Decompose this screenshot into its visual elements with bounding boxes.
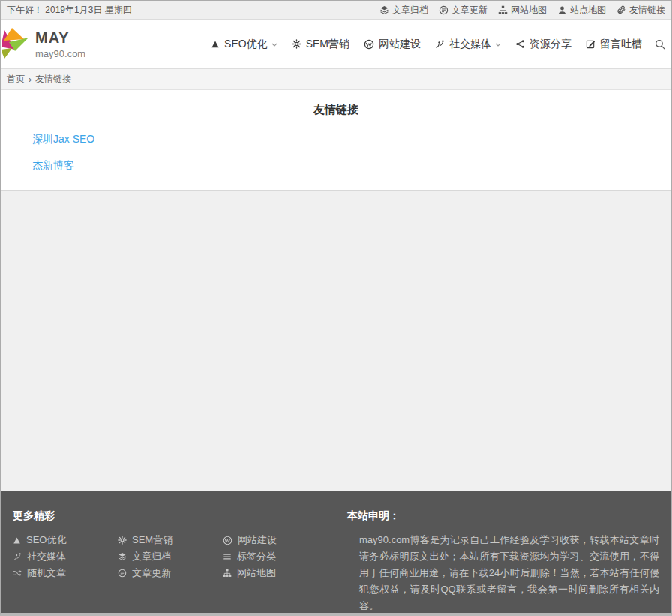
topbar-link-sitemap[interactable]: 网站地图: [498, 4, 547, 17]
triangle-icon: [211, 40, 220, 49]
page: 下午好！ 2019年1月3日 星期四 文章归档 文章更新 网站地图 站点地图 友…: [0, 0, 672, 616]
breadcrumb: 首页 › 友情链接: [1, 68, 671, 90]
footer-link-tag-categories[interactable]: 标签分类: [223, 550, 276, 563]
nav-item-label: 资源分享: [530, 38, 572, 51]
gear-icon: [292, 39, 302, 49]
footer-link-label: SEM营销: [132, 533, 172, 547]
footer-link-label: SEO优化: [26, 533, 66, 547]
topbar: 下午好！ 2019年1月3日 星期四 文章归档 文章更新 网站地图 站点地图 友…: [1, 1, 671, 20]
topbar-link-article-archive[interactable]: 文章归档: [380, 4, 428, 17]
logo-text: MAY may90.com: [35, 29, 86, 59]
sitemap-icon: [498, 5, 508, 15]
topbar-link-label: 网站地图: [511, 4, 547, 17]
list-item: 文章归档: [118, 548, 223, 565]
user-icon: [557, 5, 567, 15]
footer-link-sitemap[interactable]: 网站地图: [223, 566, 276, 580]
footer-link-label: 社交媒体: [27, 550, 66, 563]
footer-link-article-updates[interactable]: 文章更新: [118, 566, 171, 580]
greeting-text: 下午好！ 2019年1月3日 星期四: [7, 4, 132, 17]
topbar-link-label: 文章更新: [452, 4, 488, 17]
page-background-spacer: [1, 191, 671, 491]
social-icon: [13, 552, 22, 561]
footer-link-label: 网站建设: [238, 533, 277, 547]
list-item: 网站建设: [223, 532, 328, 548]
friend-link-jiexin-blog[interactable]: 杰新博客: [32, 159, 74, 171]
search-icon: [655, 39, 665, 50]
site-name: MAY: [35, 29, 86, 47]
topbar-link-label: 友情链接: [629, 4, 665, 17]
friend-link-jax-seo[interactable]: 深圳Jax SEO: [32, 133, 94, 145]
link-icon: [616, 5, 626, 15]
footer-link-label: 文章更新: [132, 566, 171, 580]
footer-statement-section: 本站申明： may90.com博客是为记录自己工作经验及学习收获，转载本站文章时…: [347, 509, 659, 613]
list-item: 深圳Jax SEO: [32, 133, 671, 146]
archive-layers-icon: [380, 5, 389, 15]
nav-item-website-build[interactable]: 网站建设: [364, 38, 421, 51]
footer-link-label: 随机文章: [27, 566, 66, 580]
gear-icon: [118, 536, 127, 545]
nav-item-seo[interactable]: SEO优化: [211, 38, 278, 51]
footer-link-label: 网站地图: [237, 566, 276, 580]
list-item: 网站地图: [223, 565, 328, 581]
nav-item-label: 网站建设: [379, 38, 421, 51]
footer-link-website-build[interactable]: 网站建设: [223, 533, 277, 547]
nav-item-sem[interactable]: SEM营销: [292, 38, 350, 51]
topbar-link-label: 站点地图: [570, 4, 606, 17]
bird-logo-icon: [2, 28, 31, 61]
sitemap-icon: [223, 569, 232, 578]
nav-item-label: SEO优化: [224, 38, 268, 51]
header: MAY may90.com SEO优化 SEM营销 网站建设 社交媒体: [1, 20, 671, 68]
update-icon: [439, 5, 448, 15]
triangle-icon: [13, 536, 21, 545]
list-item: 标签分类: [223, 548, 328, 565]
shuffle-icon: [13, 569, 22, 578]
list-item: SEM营销: [118, 532, 223, 548]
footer-link-seo[interactable]: SEO优化: [13, 533, 66, 547]
list-item: 杰新博客: [32, 159, 671, 173]
chevron-down-icon: [495, 43, 501, 47]
footer-link-social-media[interactable]: 社交媒体: [13, 550, 66, 563]
nav-item-social-media[interactable]: 社交媒体: [435, 38, 501, 51]
friend-links-list: 深圳Jax SEO 杰新博客: [32, 133, 671, 173]
topbar-link-label: 文章归档: [392, 4, 428, 17]
nav-item-message-board[interactable]: 留言吐槽: [586, 38, 642, 51]
list-item: 文章更新: [118, 565, 223, 581]
footer-link-label: 文章归档: [132, 550, 171, 563]
site-domain: may90.com: [35, 48, 86, 59]
footer-link-random-articles[interactable]: 随机文章: [13, 566, 66, 580]
footer-link-label: 标签分类: [237, 550, 276, 563]
search-button[interactable]: [655, 39, 665, 50]
nav-item-label: 留言吐槽: [600, 38, 642, 51]
topbar-link-article-updates[interactable]: 文章更新: [439, 4, 488, 17]
tags-icon: [223, 552, 232, 561]
footer-link-sem[interactable]: SEM营销: [118, 533, 172, 547]
archive-layers-icon: [118, 552, 127, 561]
topbar-links: 文章归档 文章更新 网站地图 站点地图 友情链接: [380, 4, 665, 17]
page-title: 友情链接: [1, 90, 671, 117]
footer-more-title: 更多精彩: [13, 509, 347, 523]
list-item: 社交媒体: [13, 548, 118, 565]
breadcrumb-home[interactable]: 首页: [7, 73, 25, 86]
footer-link-article-archive[interactable]: 文章归档: [118, 550, 171, 563]
wordpress-icon: [364, 39, 374, 50]
main-content: 友情链接 深圳Jax SEO 杰新博客: [1, 90, 671, 191]
list-item: 随机文章: [13, 565, 118, 581]
edit-icon: [586, 39, 596, 49]
social-icon: [435, 39, 445, 49]
main-nav: SEO优化 SEM营销 网站建设 社交媒体 资源分享: [196, 38, 665, 51]
nav-item-resource-share[interactable]: 资源分享: [515, 38, 572, 51]
breadcrumb-current: 友情链接: [35, 73, 71, 86]
wordpress-icon: [223, 536, 232, 545]
nav-item-label: 社交媒体: [449, 38, 491, 51]
breadcrumb-separator: ›: [28, 74, 32, 85]
footer-links-grid: SEO优化 社交媒体 随机文章: [13, 532, 347, 581]
list-item: SEO优化: [13, 532, 118, 548]
chevron-down-icon: [272, 43, 278, 47]
share-nodes-icon: [515, 39, 525, 49]
site-logo[interactable]: MAY may90.com: [2, 28, 86, 61]
topbar-link-site-map[interactable]: 站点地图: [557, 4, 606, 17]
footer: 更多精彩 SEO优化 社交媒体 随机: [1, 491, 671, 613]
footer-statement-text: may90.com博客是为记录自己工作经验及学习收获，转载本站文章时请务必标明原…: [347, 532, 659, 614]
footer-statement-title: 本站申明：: [347, 509, 659, 523]
topbar-link-friend-links[interactable]: 友情链接: [616, 4, 665, 17]
